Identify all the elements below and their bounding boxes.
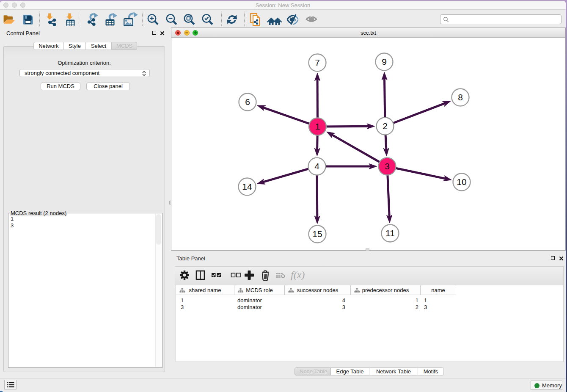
svg-text:6: 6: [245, 97, 250, 107]
svg-text:7: 7: [315, 58, 320, 67]
svg-text:2: 2: [383, 121, 388, 131]
svg-text:10: 10: [457, 177, 466, 187]
svg-text:11: 11: [385, 228, 395, 238]
svg-text:1: 1: [315, 121, 320, 131]
svg-text:3: 3: [385, 161, 390, 171]
svg-text:14: 14: [242, 182, 252, 191]
svg-text:9: 9: [382, 57, 387, 66]
svg-text:f(x): f(x): [291, 269, 305, 280]
svg-text:15: 15: [312, 229, 322, 239]
svg-text:8: 8: [458, 92, 463, 102]
svg-text:4: 4: [314, 161, 319, 171]
